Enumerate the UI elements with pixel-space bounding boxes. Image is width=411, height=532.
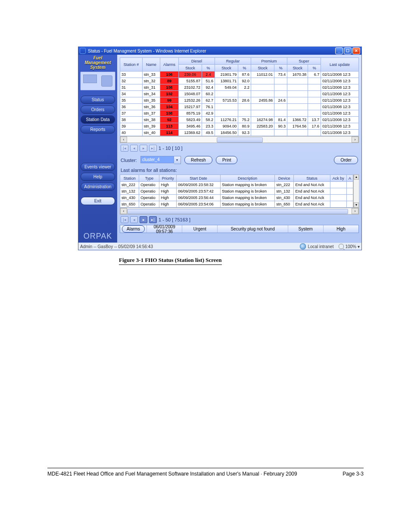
table-row[interactable]: 34stn_3410215048.0760.202/11/2008 12:3 [120,91,359,97]
chevron-down-icon: ▾ [358,244,360,249]
cluster-bar: Cluster: ▾ Refresh Print Order [120,153,359,167]
col-super[interactable]: Super [287,58,321,65]
orpak-logo: ORPAK [84,232,112,241]
window-title: Status - Fuel Managment System - Windows… [88,49,335,53]
alarms-table: Station Type Priority Start Date Descrip… [120,174,353,208]
col-a-ack[interactable]: Ack by [330,175,347,182]
table-row[interactable]: 37stn_371088575.1942.902/11/2008 12:3 [120,110,359,117]
scroll-right-icon[interactable]: › [352,137,358,143]
pager-prev-icon[interactable]: ◂ [130,145,138,152]
table-row[interactable]: 36stn_3610415217.9776.102/11/2008 12:3 [120,104,359,110]
figure-caption: Figure 3-1 FHO Status (Station list) Scr… [119,257,222,265]
table-row[interactable]: stn_430OperatioHigh06/09/2005 23:56:44St… [120,195,353,201]
col-a-desc[interactable]: Description [220,175,274,182]
status-datetime: 06/01/2009 09:57:36 [146,225,182,233]
minimize-button[interactable]: _ [335,47,343,54]
col-regular[interactable]: Regular [215,58,251,65]
col-a-type[interactable]: Type [139,175,159,182]
status-message: Security plug not found [217,225,287,233]
pager-last-icon[interactable]: ▸| [149,216,157,223]
scroll-thumb[interactable] [217,137,262,143]
ie-zoom[interactable]: 100% ▾ [339,244,360,249]
scroll-thumb[interactable] [127,209,348,214]
pager-last-icon[interactable]: ▸| [149,145,157,152]
nav-status[interactable]: Status [81,96,115,104]
refresh-button[interactable]: Refresh [184,156,212,164]
ie-zone: Local intranet [308,244,333,249]
table-row[interactable]: 40stn_4011412369.6249.518456.5092.302/11… [120,130,359,136]
nav-station-data[interactable]: Station Data [81,115,115,124]
alarms-pager-range: 1 - 50 [ 75163 ] [159,217,190,222]
footer-right: Page 3-3 [342,471,364,477]
close-button[interactable]: ✕ [352,47,360,54]
table-row[interactable]: 35stn_359912532.2662.75715.5328.62455.86… [120,97,359,104]
col-a-start[interactable]: Start Date [177,175,221,182]
nav-administration[interactable]: Administration [81,183,115,191]
main-content: Station # Name Alarms Diesel Regular Pre… [117,55,361,243]
scroll-down-icon[interactable]: ▾ [354,202,359,208]
fuel-table: Station # Name Alarms Diesel Regular Pre… [120,57,359,136]
scroll-left-icon[interactable]: ‹ [120,208,127,214]
fuel-table-scrollbar[interactable]: ‹ › [120,136,359,143]
maximize-button[interactable]: ☐ [344,47,352,54]
table-row[interactable]: 38stn_38925823.4958.211276.2175.216274.9… [120,117,359,123]
col-a-status[interactable]: Status [294,175,330,182]
nav-orders[interactable]: Orders [81,106,115,114]
col-a-device[interactable]: Device [275,175,294,182]
document-footer: MDE-4821 Fleet Head Office and Fuel Mana… [47,468,364,477]
table-row[interactable]: stn_132OperatioHigh06/09/2005 23:57:42St… [120,188,353,195]
alarms-vscrollbar[interactable]: ▴ ▾ [353,174,359,208]
table-row[interactable]: 31stn_3110823102.7292.4549.042.202/11/20… [120,84,359,91]
status-source: System [288,225,323,233]
screenshot-window: Status - Fuel Managment System - Windows… [78,47,362,250]
dropdown-icon[interactable]: ▾ [174,156,181,164]
globe-icon [300,243,306,249]
pager-range: 1 - 10 [ 10 ] [159,146,183,151]
fuel-pager: |◂ ◂ ▸ ▸| 1 - 10 [ 10 ] [120,143,359,153]
zoom-icon [339,244,344,249]
col-a-station[interactable]: Station [120,175,139,182]
pager-first-icon[interactable]: |◂ [121,145,128,152]
col-diesel[interactable]: Diesel [178,58,215,65]
col-a-priority[interactable]: Priority [159,175,177,182]
ie-icon [80,48,86,54]
col-alarms[interactable]: Alarms [160,58,179,72]
app-status-bar: Alarms 06/01/2009 09:57:36 Urgent Securi… [120,225,359,233]
col-name[interactable]: Name [142,58,160,72]
window-titlebar: Status - Fuel Managment System - Windows… [78,47,361,55]
alarms-table-wrap: Station Type Priority Start Date Descrip… [120,174,359,208]
col-last-update[interactable]: Last update [321,58,359,72]
col-station-no[interactable]: Station # [120,58,143,72]
nav-exit[interactable]: Exit [81,197,115,205]
pager-first-icon[interactable]: |◂ [121,216,128,223]
brand-label: Fuel Management System [80,56,116,70]
brand-image [80,72,115,90]
order-button[interactable]: Order [334,156,358,164]
status-level: High [323,225,358,233]
alarms-label: Last alarms for all stations: [120,167,359,174]
fuel-table-wrap: Station # Name Alarms Diesel Regular Pre… [120,57,359,136]
pager-next-icon[interactable]: ▸ [140,216,147,223]
table-row[interactable]: stn_222OperatioHigh06/09/2005 23:58:32St… [120,182,353,188]
sidebar: Fuel Management System Status Orders Sta… [78,55,117,243]
cluster-select[interactable] [140,156,174,163]
scroll-left-icon[interactable]: ‹ [120,137,127,143]
table-row[interactable]: stn_650OperatioHigh06/09/2005 23:54:06St… [120,201,353,208]
nav-events-viewer[interactable]: Events viewer [81,163,115,171]
col-premium[interactable]: Premium [251,58,287,65]
alarms-pager: |◂ ◂ ▸ ▸| 1 - 50 [ 75163 ] [120,215,359,225]
table-row[interactable]: 33stn_33106239.062.421901.7987.611012.01… [120,72,359,78]
pager-prev-icon[interactable]: ◂ [130,216,138,223]
table-row[interactable]: 32stn_32895155.8751.613801.7192.002/11/2… [120,78,359,84]
alarms-hscrollbar[interactable]: ‹ › [120,208,359,215]
status-priority: Urgent [182,225,217,233]
nav-reports[interactable]: Reports [81,125,115,134]
nav-help[interactable]: Help [81,173,115,181]
scroll-up-icon[interactable]: ▴ [354,174,359,180]
alarms-chip-button[interactable]: Alarms [122,225,145,233]
print-button[interactable]: Print [216,156,238,164]
scroll-right-icon[interactable]: › [352,208,358,214]
pager-next-icon[interactable]: ▸ [140,145,147,152]
col-a-a[interactable]: A [347,175,353,182]
table-row[interactable]: 39stn_391133495.4623.39094.0080.922583.2… [120,123,359,130]
